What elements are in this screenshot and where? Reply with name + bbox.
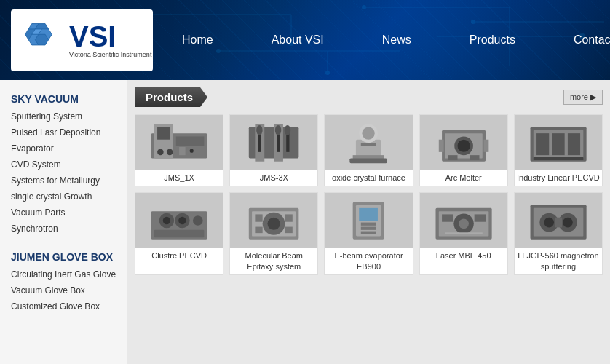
product-name-ebeam: E-beam evaporator EB900 <box>325 248 412 274</box>
svg-rect-69 <box>256 214 263 221</box>
sidebar-item-vacuum-parts[interactable]: Vacuum Parts <box>0 205 127 221</box>
svg-rect-51 <box>483 139 488 151</box>
logo-icon <box>22 20 62 60</box>
product-img-jms3x <box>230 115 317 170</box>
product-name-mbe: Molecular Beam Epitaxy system <box>230 248 317 274</box>
svg-rect-27 <box>179 147 186 155</box>
product-name-clustre: Clustre PECVD <box>149 248 209 264</box>
sidebar-item-metallurgy[interactable]: Systems for Metallurgy <box>0 173 127 189</box>
sidebar-item-circulating[interactable]: Circulating Inert Gas Glove <box>0 266 127 282</box>
svg-rect-75 <box>360 208 379 221</box>
sidebar-item-synchrotron[interactable]: Synchrotron <box>0 221 127 237</box>
product-img-jms1x <box>135 115 223 170</box>
svg-rect-34 <box>286 133 289 152</box>
svg-point-28 <box>190 149 194 152</box>
sidebar-item-sputtering[interactable]: Sputtering System <box>0 108 127 124</box>
product-img-mbe <box>230 193 317 248</box>
header: VSI Victoria Scientific Instrument Home … <box>0 0 610 80</box>
sidebar-divider <box>0 237 127 245</box>
svg-rect-26 <box>176 136 205 146</box>
product-name-jms1x: JMS_1X <box>162 170 197 186</box>
svg-rect-43 <box>350 158 387 163</box>
svg-rect-64 <box>154 230 205 237</box>
svg-rect-84 <box>474 214 485 221</box>
svg-point-24 <box>157 149 164 155</box>
more-button[interactable]: more ▶ <box>563 90 603 105</box>
svg-point-35 <box>256 125 263 135</box>
svg-point-47 <box>457 139 470 151</box>
svg-point-61 <box>193 215 203 226</box>
product-magnetron[interactable]: LLJGP-560 magnetron sputtering <box>514 192 603 275</box>
product-img-clustre <box>135 193 223 248</box>
svg-rect-48 <box>448 155 457 160</box>
svg-rect-41 <box>361 143 376 146</box>
svg-rect-32 <box>258 133 261 152</box>
product-laser[interactable]: Laser MBE 450 <box>419 192 508 275</box>
content-area: Products more ▶ JM <box>127 80 610 364</box>
nav-contact[interactable]: Contact us <box>544 28 610 52</box>
products-grid-row1: JMS_1X JMS-3X <box>135 114 603 186</box>
products-grid-row2: Clustre PECVD Molecular Beam Epit <box>135 192 603 275</box>
product-mbe[interactable]: Molecular Beam Epitaxy system <box>229 192 318 275</box>
product-img-laser <box>420 193 507 248</box>
svg-point-82 <box>459 218 469 229</box>
svg-rect-72 <box>285 226 293 233</box>
svg-rect-50 <box>438 139 443 151</box>
svg-point-91 <box>563 218 573 228</box>
svg-point-68 <box>268 218 280 230</box>
svg-point-13 <box>471 20 475 24</box>
sidebar-section-glove-box: JIUMEN GLOVE BOX <box>0 245 127 266</box>
svg-rect-71 <box>256 226 263 233</box>
svg-rect-70 <box>285 214 293 221</box>
svg-point-62 <box>163 217 170 224</box>
product-img-pecvd1 <box>515 115 602 170</box>
navigation: Home About VSI News Products Contact us <box>153 28 610 52</box>
sidebar-section-sky-vacuum: SKY VACUUM <box>0 87 127 108</box>
svg-point-89 <box>544 218 554 228</box>
svg-marker-20 <box>35 34 48 45</box>
svg-rect-56 <box>568 133 580 155</box>
product-name-jms3x: JMS-3X <box>258 170 290 186</box>
logo[interactable]: VSI Victoria Scientific Instrument <box>11 9 153 71</box>
sidebar-item-vacuum-glove[interactable]: Vacuum Glove Box <box>0 282 127 298</box>
sidebar-item-evaporator[interactable]: Evaporator <box>0 141 127 157</box>
svg-rect-23 <box>157 127 170 139</box>
sidebar-item-pulsed[interactable]: Pulsed Lasr Deposition <box>0 124 127 141</box>
sidebar-item-cvd[interactable]: CVD System <box>0 157 127 173</box>
product-img-arc <box>420 115 507 170</box>
svg-point-5 <box>362 5 366 9</box>
product-name-oxide: oxide crystal furnace <box>330 170 408 186</box>
svg-point-36 <box>275 125 282 135</box>
svg-point-25 <box>167 149 173 155</box>
product-jms1x[interactable]: JMS_1X <box>135 114 223 186</box>
product-ebeam[interactable]: E-beam evaporator EB900 <box>324 192 413 275</box>
product-jms3x[interactable]: JMS-3X <box>229 114 318 186</box>
product-name-pecvd1: Industry Linear PECVD <box>515 170 602 186</box>
product-name-magnetron: LLJGP-560 magnetron sputtering <box>515 248 602 274</box>
svg-rect-77 <box>361 226 376 229</box>
svg-point-11 <box>325 71 330 75</box>
svg-rect-83 <box>442 214 453 221</box>
products-tab: Products <box>135 87 207 107</box>
svg-rect-57 <box>534 157 584 159</box>
svg-rect-76 <box>361 222 376 225</box>
content-header: Products more ▶ <box>135 87 603 107</box>
product-name-arc: Arc Melter <box>443 170 484 186</box>
product-arc[interactable]: Arc Melter <box>419 114 508 186</box>
svg-point-63 <box>178 217 186 224</box>
product-pecvd1[interactable]: Industry Linear PECVD <box>514 114 603 186</box>
nav-about[interactable]: About VSI <box>242 28 353 52</box>
product-clustre[interactable]: Clustre PECVD <box>135 192 223 275</box>
product-img-magnetron <box>515 193 602 248</box>
nav-news[interactable]: News <box>353 28 440 52</box>
logo-subtitle: Victoria Scientific Instrument <box>69 51 151 58</box>
svg-point-37 <box>285 125 291 135</box>
svg-rect-92 <box>555 218 562 228</box>
logo-text: VSI <box>69 22 116 51</box>
nav-home[interactable]: Home <box>153 28 242 52</box>
product-oxide[interactable]: oxide crystal furnace <box>324 114 413 186</box>
nav-products[interactable]: Products <box>440 28 544 52</box>
sidebar-item-customized-glove[interactable]: Customized Glove Box <box>0 298 127 314</box>
sidebar-item-crystal[interactable]: single crystal Growth <box>0 189 127 205</box>
svg-rect-49 <box>470 155 479 160</box>
